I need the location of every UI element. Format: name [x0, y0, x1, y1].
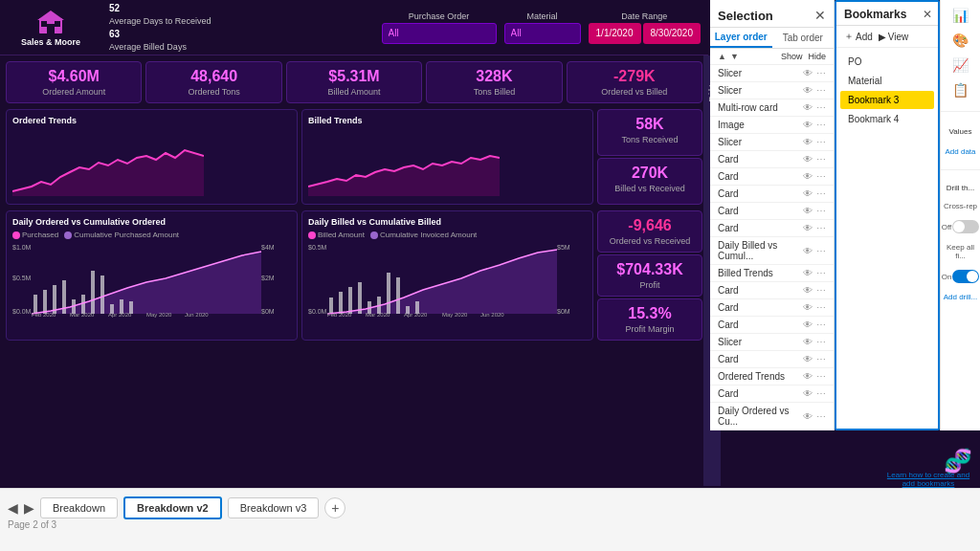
cross-report-toggle[interactable]: Off: [942, 220, 980, 233]
bookmark-add-btn[interactable]: ＋ Add: [844, 30, 873, 43]
layer-eye-icon[interactable]: 👁: [803, 206, 813, 216]
visual-icon-data[interactable]: 📋: [952, 82, 969, 98]
material-select[interactable]: All: [504, 23, 581, 44]
layer-more-icon[interactable]: ⋯: [816, 337, 826, 347]
visual-icon-bar-chart[interactable]: 📊: [952, 8, 969, 23]
layer-eye-icon[interactable]: 👁: [803, 411, 813, 422]
page-tab-breakdown-v3[interactable]: Breakdown v3: [228, 497, 320, 518]
layer-eye-icon[interactable]: 👁: [803, 285, 813, 296]
layer-more-icon[interactable]: ⋯: [816, 246, 826, 256]
bookmarks-close[interactable]: ✕: [923, 8, 932, 21]
layer-eye-icon[interactable]: 👁: [803, 137, 813, 147]
layer-more-icon[interactable]: ⋯: [816, 188, 826, 199]
layer-eye-icon[interactable]: 👁: [803, 188, 813, 199]
layer-item[interactable]: Slicer 👁 ⋯: [710, 334, 834, 351]
layer-more-icon[interactable]: ⋯: [816, 223, 826, 233]
layer-eye-icon[interactable]: 👁: [803, 102, 813, 113]
visual-icon-format[interactable]: 🎨: [952, 33, 969, 48]
layer-list: Slicer 👁 ⋯ Slicer 👁 ⋯ Multi-row card 👁 ⋯…: [710, 65, 834, 430]
layer-item[interactable]: Card 👁 ⋯: [710, 168, 834, 186]
layer-item[interactable]: Card 👁 ⋯: [710, 317, 834, 334]
page-tab-breakdown[interactable]: Breakdown: [40, 497, 118, 518]
layer-more-icon[interactable]: ⋯: [816, 102, 826, 113]
page-next-btn[interactable]: ▶: [24, 500, 34, 516]
layer-item[interactable]: Card 👁 ⋯: [710, 386, 834, 403]
layer-more-icon[interactable]: ⋯: [816, 388, 826, 399]
layer-item[interactable]: Daily Ordered vs Cu... 👁 ⋯: [710, 403, 834, 430]
bookmark-view-btn[interactable]: ▶ View: [879, 30, 909, 43]
layer-eye-icon[interactable]: 👁: [803, 85, 813, 96]
layer-eye-icon[interactable]: 👁: [803, 68, 813, 78]
svg-text:Mar 2020: Mar 2020: [366, 312, 390, 318]
layer-item[interactable]: Slicer 👁 ⋯: [710, 65, 834, 82]
ordered-trends-card: Ordered Trends: [6, 109, 298, 205]
add-drill-link[interactable]: Add drill...: [944, 293, 978, 301]
svg-rect-3: [41, 21, 47, 27]
layer-eye-icon[interactable]: 👁: [803, 120, 813, 130]
tab-layer-order[interactable]: Layer order: [710, 28, 772, 48]
layer-eye-icon[interactable]: 👁: [803, 268, 813, 278]
layer-item[interactable]: Card 👁 ⋯: [710, 186, 834, 203]
selection-panel-close[interactable]: ✕: [814, 8, 826, 23]
layer-item[interactable]: Slicer 👁 ⋯: [710, 134, 834, 151]
keep-filters-toggle[interactable]: On: [942, 270, 980, 283]
layer-item[interactable]: Card 👁 ⋯: [710, 299, 834, 317]
purchase-order-select[interactable]: All: [382, 23, 497, 44]
bookmark-item[interactable]: Material: [840, 72, 934, 90]
layer-more-icon[interactable]: ⋯: [816, 411, 826, 422]
date-end-btn[interactable]: 8/30/2020: [643, 23, 702, 44]
layer-item[interactable]: Card 👁 ⋯: [710, 351, 834, 368]
tab-tab-order[interactable]: Tab order: [772, 28, 835, 48]
layer-more-icon[interactable]: ⋯: [816, 137, 826, 147]
layer-eye-icon[interactable]: 👁: [803, 171, 813, 182]
layer-more-icon[interactable]: ⋯: [816, 171, 826, 182]
layer-eye-icon[interactable]: 👁: [803, 388, 813, 399]
layer-item[interactable]: Billed Trends 👁 ⋯: [710, 265, 834, 282]
layer-more-icon[interactable]: ⋯: [816, 85, 826, 96]
selection-panel-header: Selection ✕: [710, 0, 834, 28]
svg-text:Jun 2020: Jun 2020: [480, 312, 504, 318]
layer-item[interactable]: Card 👁 ⋯: [710, 220, 834, 237]
layer-item[interactable]: Slicer 👁 ⋯: [710, 82, 834, 99]
layer-item[interactable]: Image 👁 ⋯: [710, 117, 834, 134]
layer-item[interactable]: Ordered Trends 👁 ⋯: [710, 368, 834, 386]
layer-eye-icon[interactable]: 👁: [803, 371, 813, 382]
layer-eye-icon[interactable]: 👁: [803, 246, 813, 256]
page-prev-btn[interactable]: ◀: [8, 500, 18, 516]
move-up-btn[interactable]: ▲: [718, 52, 726, 61]
date-start-btn[interactable]: 1/1/2020: [589, 23, 641, 44]
logo-text: Sales & Moore: [21, 37, 80, 47]
add-data-link[interactable]: Add data: [945, 147, 975, 156]
layer-more-icon[interactable]: ⋯: [816, 120, 826, 130]
bookmark-item[interactable]: PO: [840, 53, 934, 71]
layer-eye-icon[interactable]: 👁: [803, 354, 813, 364]
layer-eye-icon[interactable]: 👁: [803, 337, 813, 347]
bookmark-item[interactable]: Bookmark 4: [840, 110, 934, 128]
layer-more-icon[interactable]: ⋯: [816, 371, 826, 382]
layer-item[interactable]: Multi-row card 👁 ⋯: [710, 99, 834, 117]
layer-eye-icon[interactable]: 👁: [803, 302, 813, 313]
visual-icon-analytics[interactable]: 📈: [952, 57, 969, 73]
svg-rect-37: [348, 287, 352, 314]
move-down-btn[interactable]: ▼: [730, 52, 739, 61]
layer-more-icon[interactable]: ⋯: [816, 320, 826, 330]
layer-eye-icon[interactable]: 👁: [803, 154, 813, 165]
layer-more-icon[interactable]: ⋯: [816, 154, 826, 165]
layer-item[interactable]: Card 👁 ⋯: [710, 203, 834, 220]
layer-item[interactable]: Card 👁 ⋯: [710, 282, 834, 299]
layer-eye-icon[interactable]: 👁: [803, 320, 813, 330]
bookmark-item[interactable]: Bookmark 3: [840, 91, 934, 109]
learn-bookmarks-link[interactable]: Learn how to create and add bookmarks: [880, 471, 976, 488]
layer-more-icon[interactable]: ⋯: [816, 354, 826, 364]
layer-item[interactable]: Daily Billed vs Cumul... 👁 ⋯: [710, 237, 834, 265]
layer-more-icon[interactable]: ⋯: [816, 206, 826, 216]
layer-more-icon[interactable]: ⋯: [816, 285, 826, 296]
layer-eye-icon[interactable]: 👁: [803, 223, 813, 233]
layer-more-icon[interactable]: ⋯: [816, 268, 826, 278]
layer-controls: ▲ ▼ Show Hide: [710, 49, 834, 65]
layer-item[interactable]: Card 👁 ⋯: [710, 151, 834, 168]
layer-more-icon[interactable]: ⋯: [816, 302, 826, 313]
page-tab-breakdown-v2[interactable]: Breakdown v2: [123, 496, 222, 519]
add-page-btn[interactable]: +: [324, 497, 345, 518]
layer-more-icon[interactable]: ⋯: [816, 68, 826, 78]
